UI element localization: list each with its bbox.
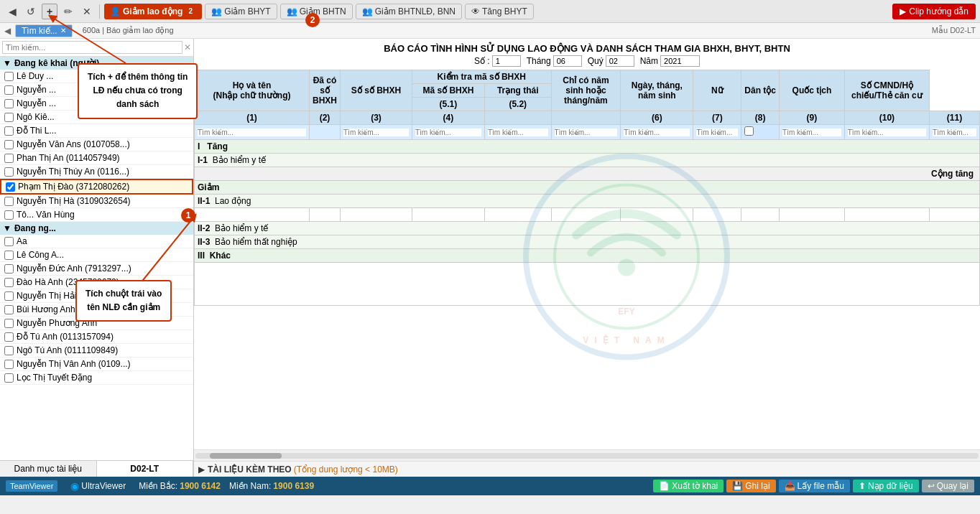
edit-icon[interactable]: ✏	[60, 4, 76, 19]
list-item[interactable]: Lê Công A...	[0, 248, 193, 262]
item-checkbox[interactable]	[4, 126, 14, 136]
quy-input[interactable]	[606, 55, 634, 67]
item-checkbox[interactable]	[4, 237, 14, 246]
col-num-9: (9)	[780, 111, 845, 125]
back-icon[interactable]: ◀	[4, 4, 20, 19]
horizontal-scrollbar[interactable]	[194, 449, 980, 461]
list-item[interactable]: Ngô Tú Anh (0111109849)	[0, 344, 193, 358]
item-checkbox[interactable]	[4, 291, 14, 301]
item-checkbox[interactable]	[6, 182, 15, 192]
search-input-ma[interactable]	[415, 128, 481, 136]
add-icon[interactable]: +	[42, 4, 57, 19]
search-cell-10[interactable]	[844, 125, 929, 140]
tab-danh-muc[interactable]: Danh mục tài liệu	[0, 461, 97, 477]
mien-nam-label: Miền Nam: 1900 6139	[229, 481, 314, 491]
search-cell-3[interactable]	[341, 125, 412, 140]
clip-button[interactable]: ▶ Clip hướng dẫn	[892, 4, 976, 19]
tab-d02lt[interactable]: D02-LT	[97, 461, 194, 477]
item-checkbox[interactable]	[4, 264, 14, 274]
nam-input[interactable]	[660, 55, 700, 67]
search-check-8[interactable]	[744, 126, 754, 136]
item-checkbox[interactable]	[4, 197, 14, 206]
list-item[interactable]: Tô... Văn Hùng	[0, 208, 193, 222]
list-item-checked[interactable]: Phạm Thị Đào (3712080262)	[0, 179, 193, 195]
nav-arrow-left[interactable]: ◀	[4, 26, 11, 36]
section-giam-label: Giảm	[195, 181, 980, 195]
item-checkbox[interactable]	[4, 360, 14, 369]
quay-lai-button[interactable]: ↩ Quay lại	[922, 480, 974, 492]
cell	[341, 208, 412, 222]
search-input-name[interactable]	[198, 128, 306, 136]
search-cell-52[interactable]	[551, 125, 621, 140]
item-checkbox[interactable]	[4, 72, 14, 81]
item-name: Ngô Tú Anh (0111109849)	[17, 345, 118, 355]
group-header-2[interactable]: ▼ Đang ng...	[0, 222, 193, 235]
list-item[interactable]: Đỗ Thi L...	[0, 124, 193, 138]
list-item[interactable]: Phan Thị An (0114057949)	[0, 151, 193, 165]
search-cell-7[interactable]	[693, 125, 741, 140]
search-cell-51[interactable]	[484, 125, 551, 140]
item-checkbox[interactable]	[4, 154, 14, 163]
section-row-giam: Giảm	[195, 181, 980, 195]
list-item[interactable]: Nguyễn Thị Hà (3109032654)	[0, 195, 193, 208]
list-item[interactable]: Nguyễn Đức Anh (7913297...)	[0, 262, 193, 276]
search-input-7[interactable]	[696, 128, 738, 136]
lay-icon: 📥	[785, 481, 795, 491]
search-input-9[interactable]	[782, 128, 841, 136]
search-cell-name[interactable]	[195, 125, 310, 140]
item-checkbox[interactable]	[4, 140, 14, 149]
list-item[interactable]: Đỗ Tú Anh (0113157094)	[0, 330, 193, 344]
scroll-thumb[interactable]	[210, 453, 282, 459]
search-input-6[interactable]	[624, 128, 690, 136]
search-close-icon[interactable]: ✕	[184, 42, 191, 52]
search-input[interactable]	[2, 41, 182, 54]
search-cell-6[interactable]	[621, 125, 693, 140]
cell	[780, 208, 845, 222]
group-arrow-1[interactable]: ▼	[3, 58, 11, 68]
giam-lao-dong-button[interactable]: 👤 Giảm lao động 2	[104, 4, 202, 19]
search-cell-9[interactable]	[780, 125, 845, 140]
active-tab[interactable]: Tìm kiế... ✕	[15, 24, 73, 37]
ghi-lai-button[interactable]: 💾 Ghi lại	[726, 480, 775, 492]
list-item[interactable]: Nguyễn Thị Vân Anh (0109...)	[0, 358, 193, 371]
item-checkbox[interactable]	[4, 319, 14, 328]
list-item[interactable]: Nguyễn Văn Ans (0107058...)	[0, 138, 193, 151]
giam-bhyt-button[interactable]: 👥 Giảm BHYT	[205, 4, 277, 19]
lay-file-mau-button[interactable]: 📥 Lấy file mẫu	[779, 480, 850, 492]
attachment-expand-icon[interactable]: ▶	[198, 464, 205, 475]
item-checkbox[interactable]	[4, 85, 14, 95]
list-item[interactable]: Nguyễn Thị Thúy An (0116...)	[0, 165, 193, 179]
item-name: Nguyễn Văn Ans (0107058...)	[17, 139, 130, 149]
thang-input[interactable]	[553, 55, 582, 67]
tab-close-icon[interactable]: ✕	[60, 27, 66, 34]
item-checkbox[interactable]	[4, 99, 14, 108]
search-input-11[interactable]	[933, 128, 976, 136]
group-arrow-2[interactable]: ▼	[3, 223, 11, 233]
tang-bhyt-button[interactable]: 👁 Tăng BHYT	[465, 4, 534, 19]
search-cell-11[interactable]	[930, 125, 980, 140]
item-checkbox[interactable]	[4, 278, 14, 287]
item-checkbox[interactable]	[4, 251, 14, 260]
search-input-bhxh[interactable]	[343, 128, 409, 136]
item-checkbox[interactable]	[4, 305, 14, 314]
nap-du-lieu-button[interactable]: ⬆ Nạp dữ liệu	[853, 480, 919, 492]
scroll-track[interactable]	[195, 453, 979, 459]
list-item[interactable]: Aa	[0, 235, 193, 248]
list-item[interactable]: Lọc Thị Tuyết Đặng	[0, 371, 193, 385]
item-checkbox[interactable]	[4, 332, 14, 342]
item-checkbox[interactable]	[4, 210, 14, 220]
item-checkbox[interactable]	[4, 113, 14, 122]
search-input-52[interactable]	[555, 128, 618, 136]
item-checkbox[interactable]	[4, 373, 14, 383]
giam-bhtnld-button[interactable]: 👥 Giảm BHTNLĐ, BNN	[356, 4, 462, 19]
search-input-51[interactable]	[488, 128, 548, 136]
search-cell-4[interactable]	[412, 125, 484, 140]
item-checkbox[interactable]	[4, 167, 14, 177]
close-icon[interactable]: ✕	[79, 4, 95, 19]
so-input[interactable]	[492, 55, 521, 67]
item-checkbox[interactable]	[4, 346, 14, 355]
refresh-icon[interactable]: ↺	[23, 4, 39, 19]
nap-label: Nạp dữ liệu	[868, 481, 913, 491]
xuat-to-khai-button[interactable]: 📄 Xuất tờ khai	[653, 480, 724, 492]
search-input-10[interactable]	[848, 128, 926, 136]
